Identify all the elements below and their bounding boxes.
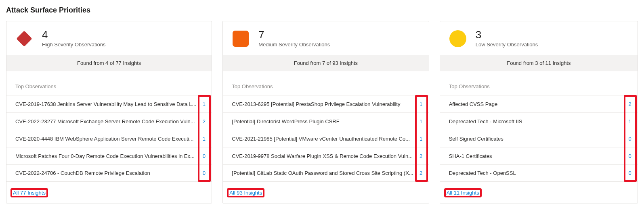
observation-title: Microsoft Patches Four 0-Day Remote Code… (15, 153, 196, 159)
card-medium-severity: 7 Medium Severity Observations Found fro… (222, 21, 429, 203)
svg-rect-0 (16, 31, 32, 47)
all-insights-link[interactable]: All 11 Insights (445, 189, 481, 197)
observation-row[interactable]: SHA-1 Certificates 0 (440, 147, 638, 164)
observation-title: CVE-2022-23277 Microsoft Exchange Server… (15, 118, 196, 124)
all-insights-link[interactable]: All 77 Insights (11, 189, 47, 197)
card-low-severity: 3 Low Severity Observations Found from 3… (440, 21, 638, 203)
observation-title: Affected CVSS Page (449, 101, 622, 107)
observation-title: CVE-2020-4448 IBM WebSphere Application … (15, 136, 196, 142)
top-observations-label: Top Observations (223, 71, 428, 95)
observation-list: CVE-2013-6295 [Potential] PrestaShop Pri… (223, 95, 428, 182)
section-title: Attack Surface Priorities (6, 6, 638, 15)
observation-title: CVE-2021-21985 [Potential] VMware vCente… (232, 136, 413, 142)
observation-count-link[interactable]: 1 (200, 101, 208, 107)
observation-row[interactable]: CVE-2020-4448 IBM WebSphere Application … (6, 130, 212, 147)
observation-count-link[interactable]: 1 (417, 118, 425, 124)
observation-title: [Potential] GitLab Static OAuth Password… (232, 170, 413, 176)
card-header: 4 High Severity Observations (6, 21, 212, 55)
severity-label: Low Severity Observations (476, 41, 538, 48)
card-header: 3 Low Severity Observations (440, 21, 638, 55)
observation-title: Deprecated Tech - Microsoft IIS (449, 118, 622, 124)
observation-count-link[interactable]: 0 (200, 170, 208, 176)
severity-high-icon (15, 30, 33, 48)
top-observations-label: Top Observations (440, 71, 638, 95)
priorities-cards-row: 4 High Severity Observations Found from … (6, 21, 638, 203)
observation-count-link[interactable]: 0 (626, 170, 634, 176)
observation-count-link[interactable]: 1 (626, 118, 634, 124)
observation-row[interactable]: CVE-2013-6295 [Potential] PrestaShop Pri… (223, 95, 428, 112)
observation-list: Affected CVSS Page 2 Deprecated Tech - M… (440, 95, 638, 182)
observation-row[interactable]: Self Signed Certificates 0 (440, 130, 638, 147)
observation-row[interactable]: CVE-2022-24706 - CouchDB Remote Privileg… (6, 164, 212, 182)
found-summary: Found from 4 of 77 Insights (6, 55, 212, 71)
severity-medium-icon (232, 30, 250, 48)
observation-title: Deprecated Tech - OpenSSL (449, 170, 622, 176)
observation-row[interactable]: Affected CVSS Page 2 (440, 95, 638, 112)
observation-row[interactable]: CVE-2021-21985 [Potential] VMware vCente… (223, 130, 428, 147)
observation-title: [Potential] Directorist WordPress Plugin… (232, 118, 413, 124)
found-summary: Found from 3 of 11 Insights (440, 55, 638, 71)
observation-list: CVE-2019-17638 Jenkins Server Vulnerabil… (6, 95, 212, 182)
observation-row[interactable]: CVE-2019-9978 Social Warfare Plugin XSS … (223, 147, 428, 164)
observation-row[interactable]: [Potential] Directorist WordPress Plugin… (223, 112, 428, 130)
found-summary: Found from 7 of 93 Insights (223, 55, 428, 71)
observation-row[interactable]: [Potential] GitLab Static OAuth Password… (223, 164, 428, 182)
observation-count-link[interactable]: 2 (417, 170, 425, 176)
observation-title: CVE-2022-24706 - CouchDB Remote Privileg… (15, 170, 196, 176)
card-high-severity: 4 High Severity Observations Found from … (6, 21, 212, 203)
observation-title: Self Signed Certificates (449, 136, 622, 142)
observation-count-link[interactable]: 2 (626, 101, 634, 107)
card-header: 7 Medium Severity Observations (223, 21, 428, 55)
severity-count: 4 (42, 29, 106, 40)
severity-count: 7 (258, 29, 330, 40)
severity-low-icon (449, 30, 467, 48)
severity-label: Medium Severity Observations (258, 41, 330, 48)
observation-row[interactable]: Microsoft Patches Four 0-Day Remote Code… (6, 147, 212, 164)
severity-count: 3 (476, 29, 538, 40)
top-observations-label: Top Observations (6, 71, 212, 95)
all-insights-link[interactable]: All 93 Insights (228, 189, 264, 197)
observation-row[interactable]: Deprecated Tech - OpenSSL 0 (440, 164, 638, 182)
observation-count-link[interactable]: 2 (200, 118, 208, 124)
observation-count-link[interactable]: 1 (200, 136, 208, 142)
observation-row[interactable]: CVE-2022-23277 Microsoft Exchange Server… (6, 112, 212, 130)
observation-title: SHA-1 Certificates (449, 153, 622, 159)
severity-label: High Severity Observations (42, 41, 106, 48)
observation-count-link[interactable]: 0 (200, 153, 208, 159)
observation-row[interactable]: Deprecated Tech - Microsoft IIS 1 (440, 112, 638, 130)
observation-count-link[interactable]: 1 (417, 101, 425, 107)
observation-title: CVE-2019-17638 Jenkins Server Vulnerabil… (15, 101, 196, 107)
observation-row[interactable]: CVE-2019-17638 Jenkins Server Vulnerabil… (6, 95, 212, 112)
observation-count-link[interactable]: 0 (626, 136, 634, 142)
observation-title: CVE-2013-6295 [Potential] PrestaShop Pri… (232, 101, 413, 107)
observation-title: CVE-2019-9978 Social Warfare Plugin XSS … (232, 153, 413, 159)
observation-count-link[interactable]: 0 (626, 153, 634, 159)
observation-count-link[interactable]: 1 (417, 136, 425, 142)
observation-count-link[interactable]: 2 (417, 153, 425, 159)
